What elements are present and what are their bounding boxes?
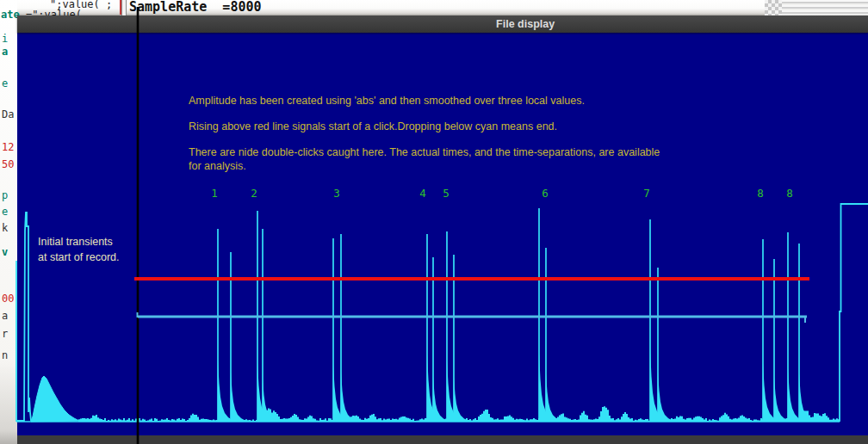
code-fragment: i: [2, 33, 8, 45]
pane-marker: [120, 0, 121, 15]
note-thresholds: Rising above red line signals start of a…: [189, 120, 557, 133]
click-label-5: 5: [443, 187, 450, 200]
window-title: File display: [496, 18, 555, 30]
click-label-6: 6: [542, 187, 549, 200]
initial-transients-line1: Initial transients: [38, 234, 119, 250]
click-label-3: 3: [333, 187, 340, 200]
code-fragment: 00: [2, 293, 14, 305]
code-fragment: e: [2, 77, 8, 89]
window-bottom-edge: [17, 435, 868, 444]
code-fragment: r: [2, 328, 8, 340]
code-fragment: v: [2, 246, 8, 258]
click-label-7: 7: [643, 187, 650, 200]
code-fragment: e: [2, 206, 8, 218]
click-label-1: 1: [211, 187, 218, 200]
initial-transients-line2: at start of record.: [38, 250, 119, 265]
click-label-8: 8: [757, 187, 764, 200]
code-fragment: Da: [2, 108, 14, 120]
file-display-titlebar[interactable]: File display: [17, 15, 868, 33]
click-label-2: 2: [251, 187, 257, 200]
code-fragment: p: [2, 189, 8, 201]
note-amplitude: Amplitude has been created using 'abs' a…: [189, 94, 585, 108]
note-doubleclicks: There are nide double-clicks caught here…: [189, 145, 667, 173]
code-fragment: 50: [2, 158, 14, 170]
code-fragment: a: [2, 46, 8, 58]
click-label-4: 4: [419, 187, 426, 200]
scrollbar-track[interactable]: [782, 0, 868, 15]
initial-transients-label: Initial transients at start of record.: [38, 234, 119, 265]
code-fragment: 12: [2, 141, 14, 153]
screen: ";value( ; ate =";value( SampleRate =800…: [0, 0, 868, 444]
code-fragment: n: [2, 349, 8, 361]
scrollbar-corner: [765, 0, 782, 15]
pane-divider[interactable]: [121, 0, 127, 15]
click-label-8: 8: [786, 187, 793, 200]
code-fragment: a: [2, 310, 8, 322]
sample-rate-code-text: SampleRate =8000: [129, 0, 262, 15]
code-fragment: k: [2, 222, 8, 234]
